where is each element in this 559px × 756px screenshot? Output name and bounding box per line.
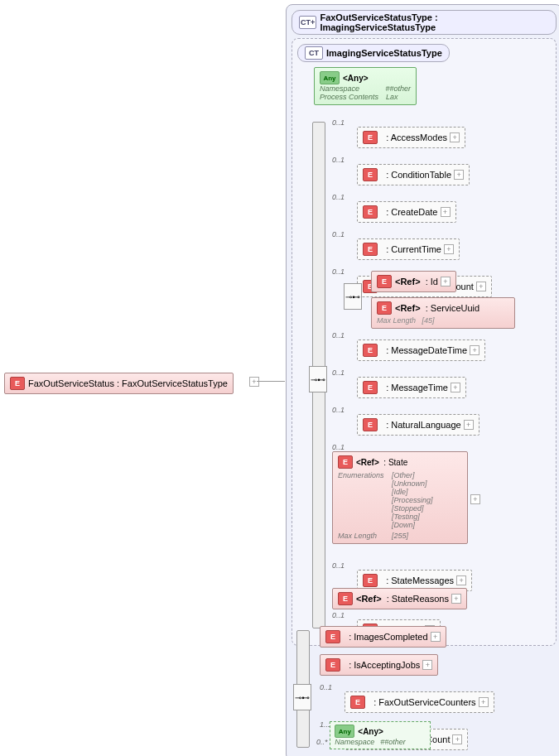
enum-key: Enumerations bbox=[338, 471, 392, 529]
any-pc-val: Lax bbox=[386, 93, 398, 101]
cardinality-label: 0..1 bbox=[332, 230, 345, 238]
any-pc-key: Process Contents bbox=[320, 93, 386, 101]
ref-element: E : NaturalLanguage+ bbox=[357, 414, 479, 436]
element-icon: E bbox=[377, 275, 392, 288]
any-wildcard-top: Any <Any> Namespace##other Process Conte… bbox=[314, 67, 417, 105]
ref-type: : AccessModes bbox=[386, 132, 447, 142]
ref-label: <Ref> bbox=[395, 303, 421, 313]
maxlen-key: Max Length bbox=[338, 532, 392, 540]
expand-icon[interactable]: + bbox=[456, 575, 466, 585]
ref-type: : State bbox=[383, 458, 407, 467]
enum-values: [Other][Unknown][Idle][Processing][Stopp… bbox=[392, 471, 433, 529]
enum-value: [Testing] bbox=[392, 513, 433, 521]
ref-type: : MessageDateTime bbox=[386, 345, 467, 355]
ct-inner-title: CT ImagingServiceStatusType bbox=[297, 44, 450, 62]
expand-icon[interactable]: + bbox=[479, 697, 489, 707]
any-ns-key: Namespace bbox=[335, 738, 380, 746]
expand-icon[interactable]: + bbox=[470, 494, 480, 504]
ref-type: : NaturalLanguage bbox=[386, 420, 461, 430]
ref-element: E : MessageTime+ bbox=[357, 377, 466, 398]
element-icon: E bbox=[363, 243, 378, 256]
ref-element: E : ConditionTable+ bbox=[357, 164, 470, 185]
connector-line bbox=[257, 381, 285, 382]
cardinality-label: 0..1 bbox=[332, 443, 345, 451]
cardinality-label: 0..1 bbox=[332, 611, 345, 619]
ref-type: : StateMessages bbox=[386, 575, 454, 585]
any-ns-val: ##other bbox=[380, 738, 406, 746]
ref-id: E <Ref> : Id + bbox=[371, 271, 456, 292]
element-icon: E bbox=[363, 131, 378, 144]
element-icon: E bbox=[350, 696, 365, 709]
expand-icon[interactable]: + bbox=[450, 132, 460, 142]
ref-element: E : MessageDateTime+ bbox=[357, 339, 485, 361]
enum-value: [Processing] bbox=[392, 496, 433, 504]
cardinality-label: 0..1 bbox=[332, 267, 345, 276]
ref-type: : IsAcceptingJobs bbox=[349, 660, 420, 670]
ref-element: E : IsAcceptingJobs+ bbox=[320, 654, 438, 676]
ref-type: : CreateDate bbox=[386, 207, 437, 217]
expand-icon[interactable]: + bbox=[452, 734, 462, 744]
expand-icon[interactable]: + bbox=[431, 632, 441, 642]
ref-type: : CurrentTime bbox=[386, 244, 441, 254]
cardinality-label: 0..* bbox=[316, 738, 328, 746]
element-icon: E bbox=[363, 418, 378, 431]
cardinality-label: 0..1 bbox=[332, 561, 345, 570]
expand-icon[interactable]: + bbox=[470, 345, 479, 355]
expand-icon[interactable]: + bbox=[464, 420, 474, 430]
expand-icon[interactable]: + bbox=[441, 207, 451, 217]
ct-outer-label: FaxOutServiceStatusType : ImagingService… bbox=[320, 12, 549, 32]
element-icon: E bbox=[363, 381, 378, 394]
ref-type: : ServiceUuid bbox=[426, 303, 479, 313]
expand-icon[interactable]: + bbox=[451, 594, 461, 604]
element-icon: E bbox=[10, 377, 25, 390]
expand-icon[interactable]: + bbox=[444, 244, 454, 254]
expand-icon[interactable]: + bbox=[454, 170, 464, 180]
cardinality-label: 0..1 bbox=[332, 368, 345, 377]
ref-label: <Ref> bbox=[356, 458, 379, 467]
any-title: <Any> bbox=[343, 74, 369, 83]
any-icon: Any bbox=[335, 725, 354, 738]
ref-element: E : AccessModes+ bbox=[357, 127, 465, 148]
enum-value: [Idle] bbox=[392, 488, 433, 496]
root-element-label: FaxOutServiceStatus : FaxOutServiceStatu… bbox=[28, 378, 228, 388]
ct-icon: CT+ bbox=[299, 16, 316, 29]
element-icon: E bbox=[325, 658, 340, 672]
any-ns-key: Namespace bbox=[320, 84, 385, 93]
ct-icon: CT bbox=[305, 46, 323, 60]
any-title: <Any> bbox=[358, 727, 383, 736]
element-icon: E bbox=[338, 455, 353, 469]
expand-icon[interactable]: + bbox=[249, 377, 259, 387]
ref-type: : MessageTime bbox=[386, 383, 448, 392]
expand-icon[interactable]: + bbox=[422, 660, 432, 670]
element-icon: E bbox=[338, 592, 353, 605]
cardinality-label: 0..1 bbox=[332, 331, 345, 339]
ref-type: : Id bbox=[426, 277, 438, 287]
complex-type-outer: CT+ FaxOutServiceStatusType : ImagingSer… bbox=[286, 4, 559, 756]
element-icon: E bbox=[363, 574, 378, 587]
cardinality-label: 0..1 bbox=[320, 683, 332, 691]
element-icon: E bbox=[363, 205, 378, 219]
complex-type-inner: CT ImagingServiceStatusType Any <Any> Na… bbox=[292, 38, 557, 646]
enum-value: [Stopped] bbox=[392, 504, 433, 513]
choice-connector: ⊸⊷ bbox=[309, 366, 327, 392]
ref-type: : FaxOutServiceCounters bbox=[373, 697, 476, 707]
ct-inner-label: ImagingServiceStatusType bbox=[326, 48, 442, 58]
ref-element: E : FaxOutServiceCounters+ bbox=[345, 691, 494, 713]
choice-connector: ⊸⊷ bbox=[344, 283, 362, 310]
ref-element: E : ImagesCompleted+ bbox=[320, 626, 446, 648]
expand-icon[interactable]: + bbox=[441, 277, 451, 287]
ref-state-reasons: E <Ref> : StateReasons + bbox=[332, 588, 467, 609]
any-wildcard-bottom: Any <Any> Namespace ##other bbox=[330, 721, 431, 749]
ref-type: : ImagesCompleted bbox=[349, 632, 427, 642]
maxlen-key: Max Length bbox=[377, 316, 416, 325]
maxlen-val: [45] bbox=[422, 316, 435, 325]
expand-icon[interactable]: + bbox=[451, 383, 460, 392]
maxlen-val: [255] bbox=[392, 532, 408, 540]
any-ns-val: ##other bbox=[385, 84, 411, 93]
ref-element: E : CreateDate+ bbox=[357, 201, 456, 223]
root-element: E FaxOutServiceStatus : FaxOutServiceSta… bbox=[4, 373, 234, 394]
element-icon: E bbox=[377, 301, 392, 315]
cardinality-label: 0..1 bbox=[332, 156, 345, 164]
enum-value: [Unknown] bbox=[392, 479, 433, 488]
ref-state: E <Ref> : State Enumerations [Other][Unk… bbox=[332, 451, 468, 544]
